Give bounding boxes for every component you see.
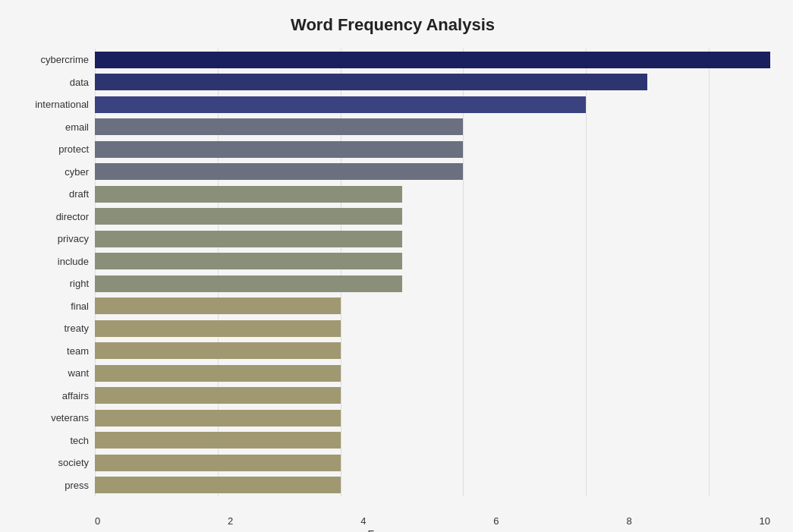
y-label: email <box>15 117 89 137</box>
grid-line <box>709 49 710 496</box>
bar <box>95 275 402 292</box>
bar <box>95 96 586 113</box>
grid-line <box>463 49 464 496</box>
bar-row <box>95 453 770 473</box>
chart-container: Word Frequency Analysis cybercrimedatain… <box>0 0 793 532</box>
bar <box>95 231 402 247</box>
chart-area: cybercrimedatainternationalemailprotectc… <box>15 49 770 496</box>
x-tick: 8 <box>626 515 631 527</box>
y-labels: cybercrimedatainternationalemailprotectc… <box>15 49 95 496</box>
x-axis: 0246810 <box>95 515 770 527</box>
x-tick: 2 <box>228 515 233 527</box>
y-label: cybercrime <box>15 50 89 70</box>
bar <box>95 477 341 493</box>
y-label: want <box>15 364 89 383</box>
chart-title: Word Frequency Analysis <box>15 15 770 35</box>
bar-row <box>95 162 770 181</box>
y-label: press <box>15 475 89 495</box>
y-label: draft <box>15 184 89 204</box>
y-label: team <box>15 341 89 360</box>
y-label: protect <box>15 140 89 159</box>
bar-row <box>95 117 770 137</box>
y-label: include <box>15 251 89 271</box>
y-label: international <box>15 95 89 115</box>
bar-row <box>95 229 770 249</box>
bar <box>95 118 463 135</box>
x-tick: 6 <box>493 515 499 527</box>
bar <box>95 74 647 90</box>
y-label: treaty <box>15 319 89 338</box>
bar <box>95 52 770 68</box>
bar-row <box>95 475 770 495</box>
bar <box>95 163 463 180</box>
bar <box>95 432 341 449</box>
bar <box>95 455 341 471</box>
bar <box>95 141 463 158</box>
bar-row <box>95 251 770 271</box>
grid-line <box>218 49 219 496</box>
bars-and-grid <box>95 49 770 496</box>
y-label: tech <box>15 430 89 450</box>
y-label: veterans <box>15 408 89 428</box>
y-label: privacy <box>15 229 89 249</box>
bar <box>95 320 341 337</box>
y-label: right <box>15 274 89 294</box>
grid-line <box>341 49 341 496</box>
grid-line <box>586 49 587 496</box>
bar <box>95 410 341 427</box>
y-label: cyber <box>15 162 89 181</box>
bar-row <box>95 386 770 405</box>
bar-row <box>95 72 770 92</box>
bar <box>95 253 402 269</box>
bar <box>95 208 402 225</box>
bar-row <box>95 296 770 316</box>
bar-row <box>95 206 770 226</box>
bar-row <box>95 95 770 115</box>
x-tick: 4 <box>360 515 366 527</box>
x-tick: 10 <box>759 515 769 527</box>
grid-line <box>95 49 96 496</box>
bar-row <box>95 408 770 428</box>
y-label: director <box>15 206 89 226</box>
bar <box>95 342 341 359</box>
bar-row <box>95 319 770 338</box>
bar <box>95 387 341 404</box>
y-label: data <box>15 72 89 92</box>
bar-row <box>95 364 770 383</box>
y-label: affairs <box>15 386 89 405</box>
bar-row <box>95 184 770 204</box>
bar-row <box>95 140 770 159</box>
bar-row <box>95 430 770 450</box>
x-axis-label: Frequency <box>15 528 770 532</box>
y-label: society <box>15 453 89 473</box>
bar-row <box>95 341 770 360</box>
x-tick: 0 <box>95 515 100 527</box>
bar-row <box>95 50 770 70</box>
bar <box>95 186 402 203</box>
bar-row <box>95 274 770 294</box>
bar <box>95 365 341 382</box>
bar <box>95 297 341 314</box>
y-label: final <box>15 296 89 316</box>
